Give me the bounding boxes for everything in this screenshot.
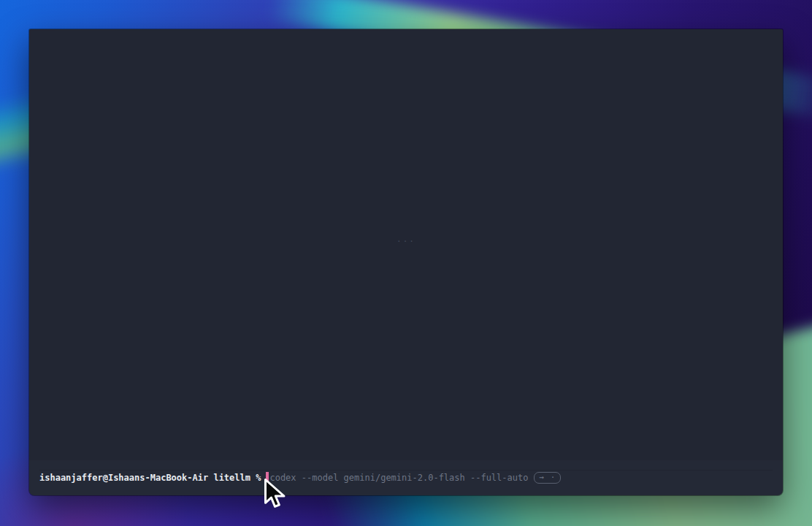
terminal-window[interactable]: ... ishaanjaffer@Ishaans-MacBook-Air lit… (29, 29, 783, 495)
autosuggestion-accept-hint: → · (534, 472, 561, 484)
text-caret-icon (266, 472, 269, 483)
desktop-wallpaper: ... ishaanjaffer@Ishaans-MacBook-Air lit… (0, 0, 812, 526)
command-autosuggestion: codex --model gemini/gemini-2.0-flash --… (269, 472, 528, 484)
terminal-loading-ellipsis: ... (29, 235, 783, 244)
shell-prompt: ishaanjaffer@Ishaans-MacBook-Air litellm… (39, 472, 261, 484)
terminal-output-area (29, 29, 783, 460)
terminal-prompt-line[interactable]: ishaanjaffer@Ishaans-MacBook-Air litellm… (39, 470, 773, 484)
